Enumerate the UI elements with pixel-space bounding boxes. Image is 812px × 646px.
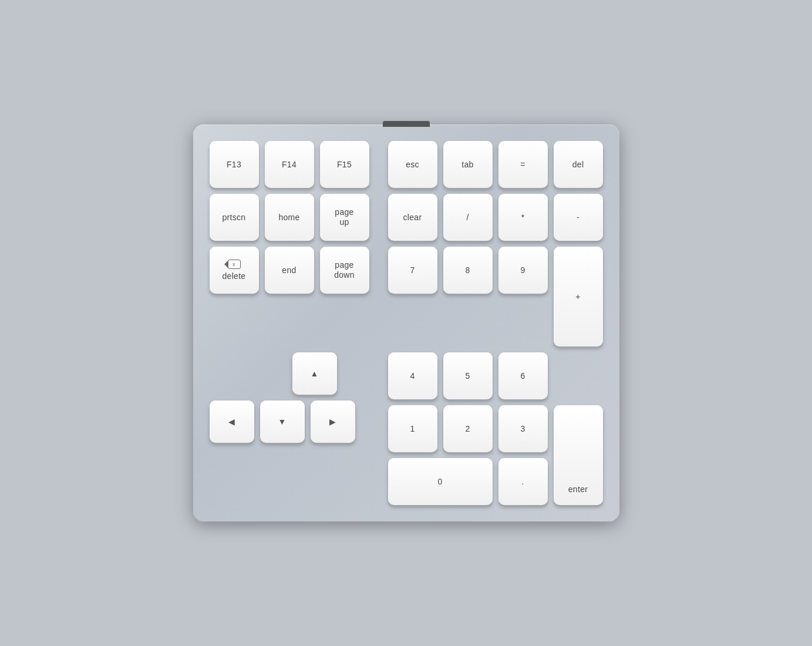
del-key[interactable]: del: [554, 141, 603, 188]
num7-key[interactable]: 7: [388, 247, 437, 294]
empty-spacer: [210, 300, 369, 346]
multiply-key[interactable]: *: [498, 194, 548, 241]
prtscn-key[interactable]: prtscn: [210, 194, 259, 241]
row-789: 7 8 9: [388, 247, 548, 294]
num9-key[interactable]: 9: [498, 247, 548, 294]
num1-key[interactable]: 1: [388, 405, 437, 452]
numpad-cols-bottom: 1 2 3 0 .: [388, 405, 548, 505]
row-function-keys: F13 F14 F15: [210, 141, 369, 188]
row-group-enter: 1 2 3 0 .: [388, 405, 603, 505]
end-key[interactable]: end: [265, 247, 314, 294]
row-456: 4 5 6: [388, 352, 603, 399]
row-0-decimal: 0 .: [388, 458, 548, 505]
f14-key[interactable]: F14: [265, 141, 314, 188]
pageup-key[interactable]: page up: [320, 194, 369, 241]
numpad-col-right: - +: [554, 194, 603, 346]
home-key[interactable]: home: [265, 194, 314, 241]
enter-key[interactable]: enter: [554, 405, 603, 505]
num2-key[interactable]: 2: [443, 405, 493, 452]
arrow-up-key[interactable]: ▲: [292, 352, 337, 395]
equals-key[interactable]: =: [498, 141, 548, 188]
num6-key[interactable]: 6: [498, 352, 548, 399]
row-nav-bottom: x delete end page down: [210, 247, 369, 294]
esc-key[interactable]: esc: [388, 141, 437, 188]
divide-key[interactable]: /: [443, 194, 493, 241]
row-nav-top: prtscn home page up: [210, 194, 369, 241]
f15-key[interactable]: F15: [320, 141, 369, 188]
num4-key[interactable]: 4: [388, 352, 437, 399]
row-arrows-lr: ◀ ▼ ▶: [210, 401, 369, 443]
minus-key[interactable]: -: [554, 194, 603, 241]
arrow-down-key[interactable]: ▼: [260, 401, 305, 443]
clear-key[interactable]: clear: [388, 194, 437, 241]
row-arrow-up: ▲: [210, 352, 369, 395]
num0-key[interactable]: 0: [388, 458, 493, 505]
num3-key[interactable]: 3: [498, 405, 548, 452]
row-numpad-top: esc tab = del: [388, 141, 603, 188]
keyboard: F13 F14 F15 prtscn home page up: [193, 125, 619, 521]
num8-key[interactable]: 8: [443, 247, 493, 294]
decimal-key[interactable]: .: [498, 458, 548, 505]
arrow-left-key[interactable]: ◀: [210, 401, 254, 443]
right-section: esc tab = del clear /: [388, 141, 603, 505]
delete-icon: x: [228, 260, 241, 269]
row-group-minus: clear / * 7 8: [388, 194, 603, 346]
tab-key[interactable]: tab: [443, 141, 493, 188]
f13-key[interactable]: F13: [210, 141, 259, 188]
row-123: 1 2 3: [388, 405, 548, 452]
arrow-right-key[interactable]: ▶: [311, 401, 355, 443]
num5-key[interactable]: 5: [443, 352, 493, 399]
numpad-cols-left: clear / * 7 8: [388, 194, 548, 346]
row-operators: clear / *: [388, 194, 548, 241]
pagedown-key[interactable]: page down: [320, 247, 369, 294]
delete-key[interactable]: x delete: [210, 247, 259, 294]
left-section: F13 F14 F15 prtscn home page up: [210, 141, 369, 505]
plus-key[interactable]: +: [554, 247, 603, 346]
